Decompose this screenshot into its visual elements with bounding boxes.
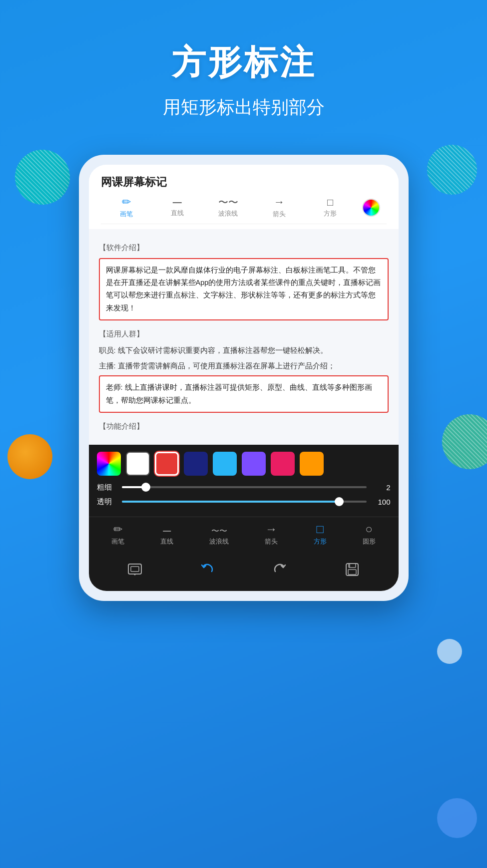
- content-area: 【软件介绍】 网课屏幕标记是一款风靡自媒体行业的电子屏幕标注、白板标注画笔工具。…: [89, 229, 399, 445]
- audience-text-2: 主播: 直播带货需讲解商品，可使用直播标注器在屏幕上进行产品介绍；: [99, 360, 389, 372]
- wave-icon: 〜〜: [218, 197, 238, 207]
- nav-item-pencil[interactable]: ✏ 画笔: [111, 524, 124, 546]
- toolbar-item-square[interactable]: □ 方形: [305, 197, 356, 218]
- nav-line-label: 直线: [160, 537, 173, 546]
- swatch-pink[interactable]: [271, 452, 295, 476]
- nav-item-line[interactable]: — 直线: [160, 527, 173, 546]
- opacity-value: 100: [372, 498, 391, 506]
- swatch-blue-dark[interactable]: [184, 452, 208, 476]
- nav-pencil-icon: ✏: [113, 524, 122, 535]
- save-button[interactable]: [340, 557, 365, 582]
- toolbar: ✏ 画笔 — 直线 〜〜 波浪线 → 箭头: [101, 197, 387, 224]
- app-screen: 网课屏幕标记 ✏ 画笔 — 直线 〜〜 波浪线: [89, 165, 399, 591]
- thickness-slider-row: 粗细 2: [97, 483, 391, 492]
- phone-mockup: 网课屏幕标记 ✏ 画笔 — 直线 〜〜 波浪线: [79, 155, 409, 601]
- toolbar-arrow-label: 箭头: [273, 210, 286, 219]
- toolbar-item-colorwheel[interactable]: [356, 199, 386, 217]
- page-title: 方形标注: [0, 40, 487, 85]
- nav-item-circle[interactable]: ○ 圆形: [363, 523, 376, 546]
- intro-text-box: 网课屏幕标记是一款风靡自媒体行业的电子屏幕标注、白板标注画笔工具。不管您是在开直…: [99, 258, 389, 321]
- nav-arrow-icon: →: [265, 523, 277, 535]
- deco-circle-white-small: [437, 639, 462, 664]
- toolbar-item-wave[interactable]: 〜〜 波浪线: [203, 197, 254, 218]
- svg-rect-5: [348, 570, 356, 575]
- toolbar-item-arrow[interactable]: → 箭头: [254, 197, 305, 219]
- toolbar-square-label: 方形: [324, 209, 337, 218]
- svg-rect-0: [128, 564, 141, 574]
- thickness-value: 2: [372, 483, 391, 492]
- action-bar: [89, 552, 399, 591]
- nav-item-wave[interactable]: 〜〜 波浪线: [209, 527, 229, 546]
- opacity-label: 透明: [97, 497, 117, 507]
- audience-section-label: 【适用人群】: [99, 327, 389, 340]
- color-panel: 粗细 2 透明 100: [89, 445, 399, 517]
- nav-line-icon: —: [163, 527, 171, 535]
- opacity-thumb[interactable]: [335, 497, 344, 506]
- swatch-purple[interactable]: [242, 452, 266, 476]
- toolbar-line-label: 直线: [171, 209, 184, 218]
- square-icon: □: [327, 197, 333, 207]
- line-icon: —: [173, 198, 182, 207]
- header: 方形标注 用矩形标出特别部分: [0, 0, 487, 135]
- deco-circle-blue-bottom: [437, 798, 477, 838]
- nav-pencil-label: 画笔: [111, 537, 124, 546]
- nav-circle-label: 圆形: [363, 537, 376, 546]
- nav-arrow-label: 箭头: [265, 537, 278, 546]
- arrow-icon: →: [274, 197, 285, 208]
- opacity-fill: [122, 501, 342, 503]
- audience-text-1: 职员: 线下会议研讨需标识重要内容，直播标注器帮您一键轻松解决。: [99, 344, 389, 357]
- nav-square-icon: □: [316, 523, 324, 535]
- nav-square-label: 方形: [314, 537, 327, 546]
- svg-rect-1: [131, 567, 139, 572]
- redo-button[interactable]: [267, 557, 292, 582]
- toolbar-item-line[interactable]: — 直线: [152, 198, 203, 218]
- bottom-nav: ✏ 画笔 — 直线 〜〜 波浪线 → 箭头 □ 方形: [89, 517, 399, 552]
- toolbar-item-pencil[interactable]: ✏ 画笔: [101, 197, 152, 219]
- swatch-rainbow[interactable]: [97, 452, 121, 476]
- pencil-icon: ✏: [122, 197, 131, 208]
- opacity-track[interactable]: [122, 501, 367, 503]
- color-wheel-icon[interactable]: [362, 199, 380, 217]
- page-subtitle: 用矩形标出特别部分: [0, 95, 487, 120]
- app-title: 网课屏幕标记: [101, 175, 387, 190]
- app-topbar: 网课屏幕标记 ✏ 画笔 — 直线 〜〜 波浪线: [89, 165, 399, 229]
- nav-item-square[interactable]: □ 方形: [314, 523, 327, 546]
- screenshot-button[interactable]: [122, 557, 147, 582]
- audience-text-3-box: 老师: 线上直播讲课时，直播标注器可提供矩形、原型、曲线、直线等多种图形画笔，帮…: [99, 375, 389, 413]
- nav-wave-icon: 〜〜: [211, 527, 227, 535]
- intro-section-label: 【软件介绍】: [99, 241, 389, 254]
- opacity-slider-row: 透明 100: [97, 497, 391, 507]
- nav-circle-icon: ○: [365, 523, 373, 535]
- deco-circle-teal-left: [15, 150, 70, 205]
- swatch-red[interactable]: [155, 452, 179, 476]
- thickness-label: 粗细: [97, 483, 117, 492]
- nav-wave-label: 波浪线: [209, 537, 229, 546]
- thickness-thumb[interactable]: [141, 483, 150, 492]
- svg-point-2: [134, 574, 136, 575]
- thickness-track[interactable]: [122, 486, 367, 488]
- toolbar-pencil-label: 画笔: [120, 210, 133, 219]
- toolbar-wave-label: 波浪线: [218, 209, 238, 218]
- color-swatches: [97, 452, 391, 476]
- deco-circle-teal-right: [427, 145, 477, 195]
- phone-wrapper: 网课屏幕标记 ✏ 画笔 — 直线 〜〜 波浪线: [0, 155, 487, 601]
- undo-button[interactable]: [195, 557, 220, 582]
- nav-item-arrow[interactable]: → 箭头: [265, 523, 278, 546]
- swatch-orange[interactable]: [300, 452, 324, 476]
- feature-section-label: 【功能介绍】: [99, 420, 389, 433]
- swatch-blue-light[interactable]: [213, 452, 237, 476]
- deco-circle-orange: [7, 434, 52, 479]
- swatch-white[interactable]: [126, 452, 150, 476]
